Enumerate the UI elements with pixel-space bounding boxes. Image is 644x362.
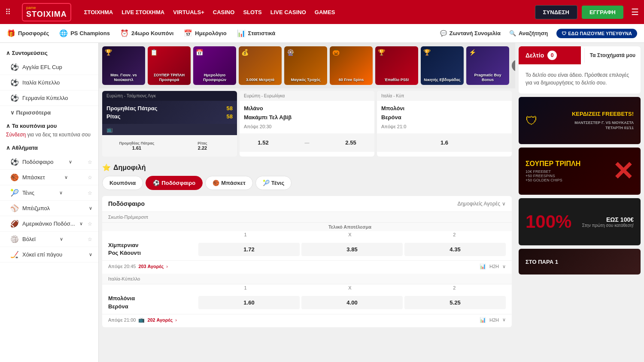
odd-x-match2[interactable]: 4.00 <box>301 296 403 309</box>
live-game-1-team1: Προμηθέας Πάτρας 58 <box>106 105 233 112</box>
sidebar-more-button[interactable]: ∨ Περισσότερα <box>0 106 98 119</box>
edo-paizw-badge[interactable]: 🛡 ΕΔΩ ΠΑΙΖΟΥΜΕ ΥΠΕΥΘΥΝΑ <box>556 29 637 38</box>
sidebar-sport-soccer[interactable]: ⚽ Ποδόσφαιρο ∨ ☆ <box>0 154 98 170</box>
live-game-3-league: Ιταλία - Κύπ <box>377 91 512 101</box>
sec-nav-right: 💬 Ζωντανή Συνομιλία 🔍 Αναζήτηση 🛡 ΕΔΩ ΠΑ… <box>440 29 637 38</box>
sidebar-sport-baseball[interactable]: ⚾ Μπέιζμπολ ∨ <box>0 201 98 216</box>
tab-kouponia[interactable]: Κουπόνια <box>102 176 143 190</box>
sec-nav-stats[interactable]: 📊 Στατιστικά <box>237 29 276 37</box>
grid-icon[interactable]: ⠿ <box>5 7 11 17</box>
tennis-sport-icon: 🎾 <box>10 189 19 197</box>
odd-x-match1[interactable]: 3.85 <box>301 243 403 256</box>
hamburger-icon[interactable]: ☰ <box>631 7 639 17</box>
soccer-icon-3: ⚽ <box>10 94 19 102</box>
logo[interactable]: pame STOIXIMA <box>22 3 71 21</box>
bet-markets-2[interactable]: 202 Αγορές <box>147 317 173 323</box>
bet-markets-1[interactable]: 203 Αγορές <box>138 264 164 269</box>
gift-icon: 🎁 <box>7 29 15 37</box>
sidebar-sport-american-football[interactable]: 🏈 Αμερικάνικο Ποδόσ... ∨ ☆ <box>0 216 98 232</box>
odd-1-match2[interactable]: 1.60 <box>198 296 300 309</box>
register-button[interactable]: ΕΓΓΡΑΦΗ <box>582 6 623 19</box>
star-icon-basket[interactable]: ☆ <box>88 175 92 181</box>
promo-card-2[interactable]: 📅 Ημερολόγιο Προσφορών <box>193 46 236 85</box>
tab-tennis[interactable]: 🎾 Τένις <box>255 176 292 190</box>
betting-header: Ποδόσφαιρο Δημοφιλείς Αγορές ∨ <box>102 196 512 212</box>
nav-slots[interactable]: SLOTS <box>243 9 261 15</box>
bet-odd-1-2[interactable]: Ρίτας 2.22 <box>170 138 234 154</box>
sec-nav-prosfores[interactable]: 🎁 Προσφορές <box>7 29 49 37</box>
nav-games[interactable]: GAMES <box>315 9 335 15</box>
banner-ps-champions[interactable]: 🛡 ΚΕΡΔΙΖΕΙΣ FREEBETS! ΜΑΝΤΣΕΣΤΕΡ Γ. VS Ν… <box>519 97 641 144</box>
sindesi-link[interactable]: Σύνδεση <box>6 132 26 138</box>
bet-right-1[interactable]: 📊 H2H ∨ <box>480 263 506 269</box>
banner-100-percent[interactable]: 100% ΕΩΣ 100€ Στην πρώτη σου κατάθεση! <box>519 198 641 245</box>
soccer-label: Ποδόσφαιρο <box>22 159 54 165</box>
promo-card-4[interactable]: 🎡 Μαγικός Τροχός <box>284 46 327 85</box>
odd-2-match1[interactable]: 4.35 <box>404 243 506 256</box>
star-icon-soccer[interactable]: ☆ <box>88 159 92 165</box>
search-button[interactable]: 🔍 Αναζήτηση <box>509 30 548 36</box>
banner-para1[interactable]: ΣΤΟ ΠΑΡΑ 1 <box>519 249 641 275</box>
star-icon-amfootball[interactable]: ☆ <box>88 221 92 227</box>
star-icon-volley[interactable]: ☆ <box>88 236 92 242</box>
tab-basket-icon: 🏀 <box>213 180 219 186</box>
athlimata-header[interactable]: ∧ Αθλήματα <box>0 141 98 154</box>
bet-odd-3-1[interactable]: 1.6 <box>380 136 509 149</box>
sidebar-sport-tennis[interactable]: 🎾 Τένις ∨ ☆ <box>0 185 98 201</box>
triplh-title: ΣΟΥΠΕΡ ΤΡΙΠΛΗ <box>526 160 580 168</box>
col-label-1: 1 <box>194 231 297 238</box>
bet-odd-2-1[interactable]: 1.52 <box>242 136 284 149</box>
volleyball-sport-icon: 🏐 <box>10 235 19 243</box>
nav-virtuals[interactable]: VIRTUALS+ <box>173 9 204 15</box>
bet-odd-2-x[interactable]: — <box>286 136 328 149</box>
sec-nav-24hour[interactable]: ⏰ 24ωρο Κουπόνι <box>120 29 173 37</box>
dimofili-agores-filter[interactable]: Δημοφιλείς Αγορές ∨ <box>457 201 506 207</box>
star-icon-tennis[interactable]: ☆ <box>88 190 92 196</box>
promo-icon-8: ⚡ <box>469 49 476 56</box>
promo-card-1[interactable]: 📋 ΣΟΥΠΕΡ ΤΡΙΠΛΗ Προσφορά <box>148 46 191 85</box>
odd-2-match2[interactable]: 5.25 <box>404 296 506 309</box>
sec-nav-ps-champions[interactable]: 🌐 PS Champions <box>59 29 110 37</box>
bet-arrow-2[interactable]: › <box>175 317 177 323</box>
promo-card-8[interactable]: ⚡ Pragmatic Buy Bonus <box>466 46 509 85</box>
promo-card-0[interactable]: 🏆 Μαν. Γιουν. vs Νιούκαστλ <box>102 46 145 85</box>
nav-stoixima[interactable]: ΣΤΟΙΧΗΜΑ <box>84 9 113 15</box>
live-chat-button[interactable]: 💬 Ζωντανή Συνομιλία <box>440 30 501 36</box>
tab-soccer[interactable]: ⚽ Ποδόσφαιρο <box>146 176 203 190</box>
nav-live-casino[interactable]: LIVE CASINO <box>270 9 306 15</box>
bet-arrow-1[interactable]: › <box>166 264 168 269</box>
banner-triplh[interactable]: ΣΟΥΠΕΡ ΤΡΙΠΛΗ 10€ FREEBET +50 FREESPINS … <box>519 148 641 195</box>
promo-icon-3: 💰 <box>241 49 249 56</box>
login-button[interactable]: ΣΥΝΔΕΣΗ <box>535 5 577 19</box>
sec-nav-calendar[interactable]: 📅 Ημερολόγιο <box>184 29 226 37</box>
sidebar-sport-volley[interactable]: 🏐 Βόλεϊ ∨ ☆ <box>0 232 98 247</box>
live-game-2-team2: Μακάμπι Τελ Αβίβ <box>244 114 370 121</box>
bet-odd-2-2[interactable]: 2.55 <box>330 136 372 149</box>
sidebar-sport-hockey[interactable]: 🏒 Χόκεϊ επί πάγου ∨ <box>0 247 98 262</box>
my-bets-button[interactable]: Τα Στοιχήματά μου <box>584 48 641 63</box>
sidebar-item-england[interactable]: ⚽ Αγγλία EFL Cup <box>0 60 98 75</box>
sintoméfseis-header[interactable]: ∧ Συντομεύσεις <box>0 46 98 60</box>
deltio-button[interactable]: Δελτίο 0 <box>519 46 581 64</box>
sidebar-item-germany[interactable]: ⚽ Γερμανία Κύπελλο <box>0 90 98 106</box>
american-football-label: Αμερικάνικο Ποδόσ... <box>22 220 75 227</box>
bet-odd-1-1[interactable]: Προμηθέας Πάτρας 1.61 <box>105 138 169 154</box>
nav-live-stoixima[interactable]: LIVE ΣΤΟΙΧΗΜΑ <box>122 9 164 15</box>
live-game-2-time: Απόψε 20:30 <box>244 124 370 129</box>
promo-card-3[interactable]: 💰 3.000€ Μετρητά <box>239 46 282 85</box>
tab-basket[interactable]: 🏀 Μπάσκετ <box>205 176 253 190</box>
promo-card-5[interactable]: 🎃 60 Free Spins <box>330 46 373 85</box>
hundred-text: 100% <box>526 211 571 232</box>
american-football-icon: 🏈 <box>10 220 19 228</box>
deltio-count-badge: 0 <box>547 51 557 60</box>
promo-card-6[interactable]: 🏆 Έπαθλο PS5! <box>375 46 418 85</box>
nav-casino[interactable]: CASINO <box>213 9 235 15</box>
odd-1-match1[interactable]: 1.72 <box>198 243 300 256</box>
promo-card-7[interactable]: 🏆 Νικητής Εβδομάδας <box>421 46 464 85</box>
promo-next-arrow[interactable]: › <box>512 60 515 72</box>
sidebar-sport-basket[interactable]: 🏀 Μπάσκετ ∨ ☆ <box>0 170 98 185</box>
sec-nav-ps-label: PS Champions <box>70 30 110 36</box>
sidebar-item-italy[interactable]: ⚽ Ιταλία Κύπελλο <box>0 75 98 90</box>
bar-chart-icon-1: 📊 <box>480 263 486 269</box>
bet-right-2[interactable]: 📊 H2H ∨ <box>480 317 506 323</box>
